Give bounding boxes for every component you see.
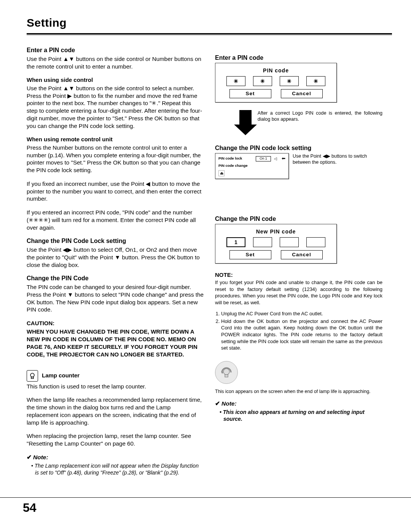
list-item: Unplug the AC Power Cord from the AC out… (221, 310, 382, 317)
svg-point-3 (223, 369, 229, 375)
left-column: Enter a PIN code Use the Point ▲▼ button… (27, 46, 204, 476)
lock-label: PIN code change (218, 163, 253, 168)
caution-body: WHEN YOU HAVE CHANGED THE PIN CODE, WRIT… (27, 328, 204, 359)
quit-icon[interactable]: ⏏ (218, 170, 225, 176)
lamp-icon-caption: This icon appears on the screen when the… (215, 388, 382, 395)
lamp-life-icon (215, 361, 238, 384)
new-pin-dialog: New PIN code 1 Set Cancel (215, 224, 337, 264)
pin-lock-dialog: PIN code lock On 1 ◁ ⬅ PIN code change ⏏ (215, 153, 289, 179)
lock-option-icon: ◁ (274, 156, 277, 161)
svg-point-0 (30, 373, 34, 377)
para: Press the Number buttons on the remote c… (27, 144, 204, 174)
reset-steps: Unplug the AC Power Cord from the AC out… (215, 310, 382, 351)
caution-head: CAUTION: (27, 320, 204, 327)
heading-change-pin-ui: Change the PIN code (215, 215, 382, 223)
heading-enter-pin: Enter a PIN code (27, 46, 204, 54)
para: When replacing the projection lamp, rese… (27, 432, 204, 447)
dialog-title: PIN code (219, 66, 333, 76)
heading-side-control: When using side control (27, 76, 204, 84)
heading-change-lock: Change the PIN Code Lock setting (27, 237, 204, 245)
svg-rect-1 (31, 377, 33, 379)
down-arrow-icon (234, 110, 252, 135)
para: If you fixed an incorrect number, use th… (27, 180, 204, 203)
set-button[interactable]: Set (229, 250, 271, 259)
note-heading: ✔Note: (215, 400, 382, 407)
heading-enter-pin-ui: Enter a PIN code (215, 54, 382, 62)
pin-digit (280, 237, 299, 247)
pin-digit (306, 237, 325, 247)
pointer-arrow-icon: ⬅ (282, 156, 285, 162)
dialog-title: New PIN code (219, 227, 333, 237)
heading-lamp-counter: Lamp counter (42, 372, 80, 379)
pin-digit: ✳ (226, 76, 245, 86)
note-head-text: Note: (221, 400, 237, 407)
page-number: 54 (23, 500, 37, 516)
note-body: • This icon also appears at turning on a… (215, 409, 382, 422)
pin-digit: ✳ (253, 76, 272, 86)
para: This function is used to reset the lamp … (27, 383, 204, 390)
para: Use the Point ▲▼ buttons on the side con… (27, 85, 204, 130)
pin-digit (253, 237, 272, 247)
page-section-title: Setting (27, 15, 392, 30)
pin-digit: 1 (226, 237, 245, 247)
caution-block: CAUTION: WHEN YOU HAVE CHANGED THE PIN C… (27, 320, 204, 359)
lock-value: On 1 (256, 156, 271, 161)
heading-remote: When using remote control unit (27, 136, 204, 143)
footer-divider (0, 497, 411, 498)
svg-marker-2 (221, 372, 223, 374)
lock-side-note: Use the Point ◀▶ buttons to switch betwe… (293, 153, 382, 166)
set-button[interactable]: Set (229, 89, 271, 98)
heading-change-pin: Change the PIN Code (27, 275, 204, 283)
note-para: If you forget your PIN code and unable t… (215, 279, 382, 306)
para: Use the Point ◀▶ button to select Off, O… (27, 246, 204, 268)
right-column: Enter a PIN code PIN code ✳ ✳ ✳ ✳ Set Ca… (215, 46, 382, 476)
pin-code-dialog: PIN code ✳ ✳ ✳ ✳ Set Cancel (215, 63, 337, 102)
para: If you entered an incorrect PIN code, "P… (27, 209, 204, 231)
list-item: Hold down the OK button on the projector… (221, 318, 382, 351)
svg-rect-4 (225, 375, 228, 377)
divider (27, 35, 392, 35)
note-heading: NOTE: (215, 271, 382, 279)
note-heading: ✔Note: (27, 454, 204, 461)
lamp-counter-icon (27, 370, 38, 382)
para: The PIN code can be changed to your desi… (27, 283, 204, 313)
para: Use the Point ▲▼ buttons on the side con… (27, 55, 204, 70)
para: When the lamp life reaches a recommended… (27, 396, 204, 426)
cancel-button[interactable]: Cancel (281, 250, 323, 259)
heading-change-lock-ui: Change the PIN code lock setting (215, 144, 382, 152)
pin-digit: ✳ (280, 76, 299, 86)
note-body: • The Lamp replacement icon will not app… (27, 462, 204, 476)
note-head-text: Note: (33, 454, 48, 460)
cancel-button[interactable]: Cancel (281, 89, 323, 98)
divider (27, 33, 392, 34)
arrow-caption: After a correct Logo PIN code is entered… (258, 110, 382, 123)
pin-digit: ✳ (306, 76, 325, 86)
lock-label: PIN code lock (218, 156, 253, 161)
